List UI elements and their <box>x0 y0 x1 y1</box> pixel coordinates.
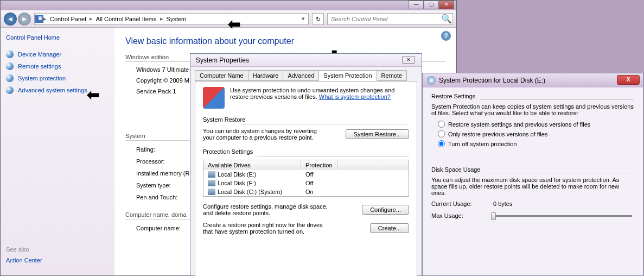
drive-row[interactable]: Local Disk (E:)Off <box>203 170 409 179</box>
max-usage-slider[interactable] <box>491 215 632 217</box>
drive-name: Local Disk (C:) (System) <box>218 189 282 195</box>
close-button[interactable]: ✕ <box>439 1 454 9</box>
refresh-button[interactable]: ↻ <box>312 13 324 25</box>
disk-usage-text: You can adjust the maximum disk space us… <box>431 177 634 196</box>
system-properties-dialog: System Properties ✕ Computer Name Hardwa… <box>190 53 422 276</box>
back-button[interactable]: ◄ <box>4 12 17 26</box>
radio-input[interactable] <box>438 121 445 128</box>
drive-row[interactable]: Local Disk (F:)Off <box>203 179 409 187</box>
see-also-action-center[interactable]: Action Center <box>6 257 109 264</box>
breadcrumb-item[interactable]: All Control Panel Items <box>93 16 160 22</box>
help-icon[interactable]: ? <box>441 31 451 41</box>
cp-titlebar[interactable]: — ▢ ✕ <box>1 1 456 10</box>
restore-settings-text: System Protection can keep copies of sys… <box>431 103 634 116</box>
sidebar-advanced-settings[interactable]: Advanced system settings <box>6 86 109 94</box>
col-protection[interactable]: Protection <box>301 160 337 170</box>
system-restore-text: You can undo system changes by reverting… <box>203 128 322 141</box>
tab-remote[interactable]: Remote <box>377 70 407 81</box>
nav-bar: ◄ ► ▣ ▸ Control Panel ▸ All Control Pane… <box>1 10 456 28</box>
drive-name: Local Disk (E:) <box>218 171 257 178</box>
what-is-link[interactable]: What is system protection? <box>319 93 391 100</box>
maximize-button[interactable]: ▢ <box>424 1 439 9</box>
breadcrumb-item[interactable]: Control Panel <box>47 16 90 22</box>
system-restore-button[interactable]: System Restore... <box>346 129 409 139</box>
forward-button[interactable]: ► <box>18 12 31 26</box>
tab-system-protection[interactable]: System Protection <box>318 70 377 81</box>
tab-hardware[interactable]: Hardware <box>248 70 284 81</box>
system-restore-title: System Restore <box>203 116 409 123</box>
sidebar-item-label: Device Manager <box>18 51 61 58</box>
current-usage-label: Current Usage: <box>431 200 480 207</box>
create-text: Create a restore point right now for the… <box>203 222 328 235</box>
current-usage-value: 0 bytes <box>493 200 512 207</box>
tab-advanced[interactable]: Advanced <box>283 70 319 81</box>
radio-label: Restore system settings and previous ver… <box>448 121 590 128</box>
radio-label: Turn off system protection <box>448 141 517 147</box>
dialog-title: System Properties <box>196 57 249 64</box>
radio-input[interactable] <box>438 130 445 137</box>
shield-icon <box>203 87 225 109</box>
sidebar-device-manager[interactable]: Device Manager <box>6 51 109 58</box>
disk-usage-title: Disk Space Usage <box>431 166 634 173</box>
spd-titlebar[interactable]: System Protection for Local Disk (E:) X <box>423 73 643 87</box>
drive-protection: Off <box>305 180 313 186</box>
minimize-button[interactable]: — <box>409 1 424 9</box>
max-usage-label: Max Usage: <box>431 212 480 219</box>
sp-close-button[interactable]: ✕ <box>402 56 415 64</box>
search-box[interactable]: 🔍 <box>327 13 453 25</box>
radio-turn-off[interactable]: Turn off system protection <box>438 140 634 147</box>
shield-icon <box>6 86 14 94</box>
sidebar-item-label: Advanced system settings <box>18 87 87 93</box>
drive-name: Local Disk (F:) <box>218 180 256 186</box>
radio-restore-all[interactable]: Restore system settings and previous ver… <box>438 121 634 128</box>
sidebar-system-protection[interactable]: System protection <box>6 74 109 82</box>
breadcrumb[interactable]: ▣ ▸ Control Panel ▸ All Control Panel It… <box>34 13 309 25</box>
drive-icon <box>208 189 215 195</box>
radio-restore-files[interactable]: Only restore previous versions of files <box>438 130 634 137</box>
page-title: View basic information about your comput… <box>125 36 445 46</box>
configure-button[interactable]: Configure... <box>362 205 409 215</box>
sidebar-remote-settings[interactable]: Remote settings <box>6 62 109 70</box>
drives-table[interactable]: Available Drives Protection Local Disk (… <box>203 160 409 197</box>
configure-text: Configure restore settings, manage disk … <box>203 203 328 216</box>
search-input[interactable] <box>328 16 441 22</box>
radio-input[interactable] <box>438 140 445 147</box>
shield-icon <box>6 62 14 70</box>
spd-body: Restore Settings System Protection can k… <box>423 87 643 224</box>
drive-protection: On <box>305 189 314 195</box>
see-also-label: See also <box>6 246 109 253</box>
tab-body: Use system protection to undo unwanted s… <box>195 81 417 276</box>
sidebar-item-label: System protection <box>18 75 66 81</box>
breadcrumb-item[interactable]: System <box>163 16 190 22</box>
drive-protection: Off <box>305 171 313 178</box>
shield-icon <box>427 76 436 85</box>
protection-settings-title: Protection Settings <box>203 148 409 155</box>
create-button[interactable]: Create... <box>370 223 409 233</box>
tab-strip: Computer Name Hardware Advanced System P… <box>190 67 422 81</box>
radio-label: Only restore previous versions of files <box>448 131 547 137</box>
slider-thumb[interactable] <box>491 212 496 220</box>
sp-titlebar[interactable]: System Properties ✕ <box>190 54 422 67</box>
spd-close-button[interactable]: X <box>617 75 640 85</box>
shield-icon <box>6 74 14 82</box>
system-protection-disk-dialog: System Protection for Local Disk (E:) X … <box>422 73 643 276</box>
sidebar: Control Panel Home Device Manager Remote… <box>1 28 114 275</box>
dialog-title: System Protection for Local Disk (E:) <box>439 77 545 84</box>
col-drives[interactable]: Available Drives <box>203 160 301 170</box>
control-panel-home-link[interactable]: Control Panel Home <box>6 34 109 41</box>
sidebar-item-label: Remote settings <box>18 63 61 70</box>
shield-icon <box>6 51 14 58</box>
restore-settings-title: Restore Settings <box>431 93 634 99</box>
tab-computer-name[interactable]: Computer Name <box>195 70 248 81</box>
drive-row[interactable]: Local Disk (C:) (System)On <box>203 187 409 196</box>
drive-icon <box>208 180 215 186</box>
search-icon[interactable]: 🔍 <box>441 14 452 24</box>
drive-icon <box>208 171 215 178</box>
breadcrumb-root-icon[interactable]: ▣ <box>35 15 43 23</box>
